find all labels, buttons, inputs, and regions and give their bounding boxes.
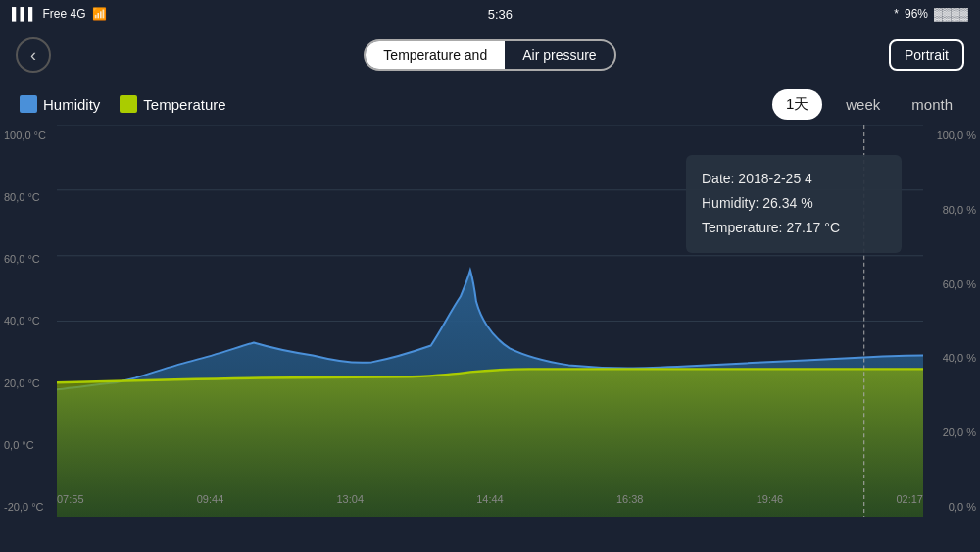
x-label-1: 09:44 bbox=[197, 493, 224, 505]
tooltip-date: Date: 2018-2-25 4 bbox=[702, 167, 886, 191]
status-bar: ▌▌▌ Free 4G 📶 5:36 * 96% ▓▓▓▓ bbox=[0, 0, 980, 27]
tooltip-humidity: Humidity: 26.34 % bbox=[702, 191, 886, 216]
chart-tab-group[interactable]: Temperature and Air pressure bbox=[364, 39, 615, 72]
y-label-r0: 100,0 % bbox=[921, 129, 980, 141]
signal-icon: ▌▌▌ bbox=[12, 7, 37, 21]
humidity-color-swatch bbox=[20, 95, 37, 113]
y-label-1: 80,0 °C bbox=[0, 191, 59, 203]
y-label-3: 40,0 °C bbox=[0, 315, 59, 326]
y-axis-right: 100,0 % 80,0 % 60,0 % 40,0 % 20,0 % 0,0 … bbox=[921, 125, 980, 517]
time-btn-month[interactable]: month bbox=[904, 92, 960, 117]
y-label-r5: 0,0 % bbox=[921, 501, 980, 513]
x-label-0: 07:55 bbox=[57, 493, 84, 505]
y-label-6: -20,0 °C bbox=[0, 501, 59, 513]
chart-area: 100,0 °C 80,0 °C 60,0 °C 40,0 °C 20,0 °C… bbox=[0, 125, 980, 517]
y-label-r4: 20,0 % bbox=[921, 427, 980, 438]
portrait-button[interactable]: Portrait bbox=[889, 39, 964, 71]
status-left: ▌▌▌ Free 4G 📶 bbox=[12, 7, 107, 21]
y-label-5: 0,0 °C bbox=[0, 439, 59, 451]
x-label-2: 13:04 bbox=[336, 493, 364, 505]
header: ‹ Temperature and Air pressure Portrait bbox=[0, 27, 980, 82]
x-label-6: 02:17 bbox=[896, 493, 923, 505]
x-axis: 07:55 09:44 13:04 14:44 16:38 19:46 02:1… bbox=[57, 481, 923, 517]
tooltip-humidity-value: 26.34 % bbox=[762, 195, 812, 211]
tab-air-pressure[interactable]: Air pressure bbox=[505, 41, 613, 70]
y-label-2: 60,0 °C bbox=[0, 253, 59, 265]
y-label-4: 20,0 °C bbox=[0, 377, 59, 389]
battery-label: 96% bbox=[905, 7, 928, 21]
tooltip-date-value: 2018-2-25 4 bbox=[738, 171, 812, 186]
back-button[interactable]: ‹ bbox=[16, 37, 51, 73]
status-time: 5:36 bbox=[488, 7, 513, 22]
y-label-r2: 60,0 % bbox=[921, 278, 980, 290]
x-label-5: 19:46 bbox=[757, 493, 784, 505]
time-btn-day[interactable]: 1天 bbox=[772, 89, 822, 120]
x-label-3: 14:44 bbox=[476, 493, 504, 505]
legend-bar: Humidity Temperature 1天 week month bbox=[0, 82, 980, 125]
status-right: * 96% ▓▓▓▓ bbox=[894, 7, 968, 21]
legend-humidity: Humidity bbox=[20, 95, 100, 113]
humidity-label: Humidity bbox=[43, 96, 100, 113]
wifi-icon: 📶 bbox=[92, 7, 107, 21]
tooltip-temperature-value: 27.17 °C bbox=[786, 220, 840, 235]
x-label-4: 16:38 bbox=[616, 493, 644, 505]
bluetooth-icon: * bbox=[894, 7, 899, 21]
time-selector: 1天 week month bbox=[772, 89, 960, 120]
battery-icon: ▓▓▓▓ bbox=[934, 7, 968, 21]
time-btn-week[interactable]: week bbox=[838, 92, 888, 117]
tab-temperature[interactable]: Temperature and bbox=[366, 41, 505, 70]
y-label-r1: 80,0 % bbox=[921, 204, 980, 216]
y-label-r3: 40,0 % bbox=[921, 352, 980, 364]
temperature-label: Temperature bbox=[143, 96, 225, 113]
legend-temperature: Temperature bbox=[120, 95, 225, 113]
tooltip: Date: 2018-2-25 4 Humidity: 26.34 % Temp… bbox=[686, 155, 902, 253]
tooltip-temperature-label: Temperature: bbox=[702, 220, 782, 235]
tooltip-humidity-label: Humidity: bbox=[702, 195, 759, 211]
y-axis-left: 100,0 °C 80,0 °C 60,0 °C 40,0 °C 20,0 °C… bbox=[0, 125, 59, 517]
legend-items: Humidity Temperature bbox=[20, 95, 772, 113]
y-label-0: 100,0 °C bbox=[0, 129, 59, 141]
tooltip-date-label: Date: bbox=[702, 171, 734, 186]
temperature-color-swatch bbox=[120, 95, 137, 113]
network-label: Free 4G bbox=[43, 7, 86, 21]
tooltip-temperature: Temperature: 27.17 °C bbox=[702, 216, 886, 240]
